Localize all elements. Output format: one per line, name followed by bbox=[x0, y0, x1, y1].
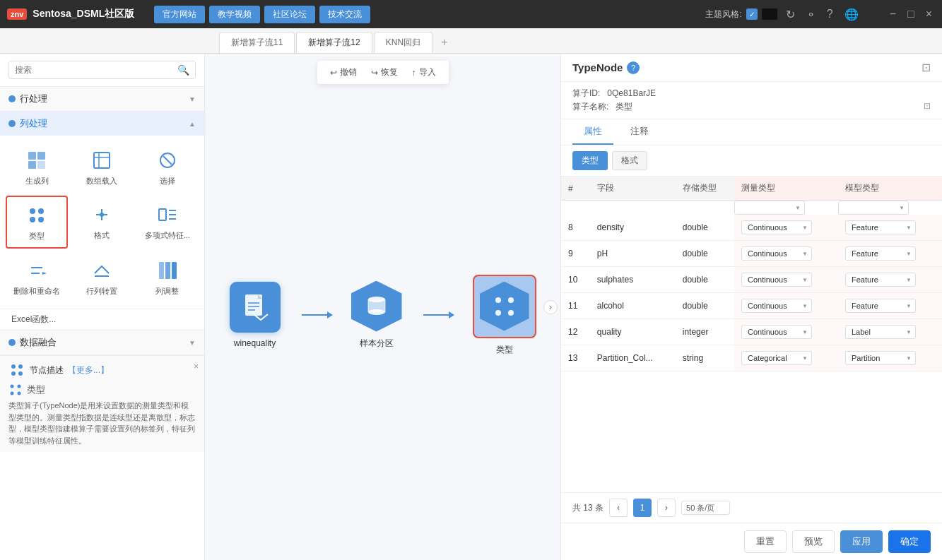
table-row: 11alcoholdoubleContinuousCategoricalFlag… bbox=[561, 293, 942, 319]
measure-select[interactable]: ContinuousCategoricalFlagOrdinalTypeless bbox=[741, 246, 812, 261]
sidebar-section-datafusion[interactable]: 数据融合 ▼ bbox=[0, 330, 204, 355]
measure-select[interactable]: ContinuousCategoricalFlagOrdinalTypeless bbox=[741, 351, 812, 365]
model-filter-select[interactable] bbox=[838, 201, 909, 215]
measure-filter-select[interactable] bbox=[734, 201, 805, 215]
panel-help-btn[interactable]: ? bbox=[627, 61, 640, 74]
canvas-area: ↩ 撤销 ↪ 恢复 ↑ 导入 bbox=[205, 54, 560, 560]
search-input[interactable] bbox=[15, 65, 173, 75]
cell-model: FeatureLabelPartitionNone▼ bbox=[838, 345, 942, 371]
table-header: # 字段 存储类型 测量类型 模型类型 bbox=[561, 177, 942, 215]
global-btn[interactable]: 🌐 bbox=[842, 8, 861, 21]
measure-select[interactable]: ContinuousCategoricalFlagOrdinalTypeless bbox=[741, 299, 812, 313]
expand-panel-btn[interactable]: › bbox=[543, 300, 558, 314]
search-icon: 🔍 bbox=[177, 64, 189, 76]
svg-point-34 bbox=[18, 392, 21, 395]
model-select[interactable]: FeatureLabelPartitionNone bbox=[845, 299, 916, 313]
sidebar-item-select[interactable]: 选择 bbox=[136, 141, 199, 193]
subtab-type[interactable]: 类型 bbox=[572, 151, 608, 170]
model-select[interactable]: FeatureLabelPartitionNone bbox=[845, 246, 916, 261]
svg-point-9 bbox=[30, 208, 35, 214]
sidebar-item-label: 行列转置 bbox=[86, 286, 117, 297]
undo-btn[interactable]: ↩ 撤销 bbox=[326, 65, 361, 80]
table-row: 9pHdoubleContinuousCategoricalFlagOrdina… bbox=[561, 241, 942, 267]
nav-btn-forum[interactable]: 社区论坛 bbox=[264, 6, 315, 23]
sample-hex-shape bbox=[351, 281, 402, 332]
tab-notes[interactable]: 注释 bbox=[619, 119, 660, 145]
nav-btn-tech[interactable]: 技术交流 bbox=[319, 6, 370, 23]
sidebar-item-excel[interactable]: Excel函数... bbox=[0, 309, 204, 330]
node-desc-close-btn[interactable]: × bbox=[194, 362, 199, 371]
import-btn[interactable]: ↑ 导入 bbox=[408, 65, 440, 80]
algo-name-label: 算子名称: bbox=[572, 102, 608, 112]
svg-point-10 bbox=[38, 208, 44, 214]
flow-node-type[interactable]: 类型 bbox=[473, 275, 536, 356]
cell-model: FeatureLabelPartitionNone▼ bbox=[838, 241, 942, 267]
measure-select[interactable]: ContinuousCategoricalFlagOrdinalTypeless bbox=[741, 273, 812, 287]
sidebar-section-header-row[interactable]: 行处理 ▼ bbox=[0, 87, 204, 111]
reset-btn[interactable]: 重置 bbox=[744, 530, 787, 553]
share-btn[interactable]: ⚬ bbox=[803, 8, 818, 21]
measure-select[interactable]: ContinuousCategoricalFlagOrdinalTypeless bbox=[741, 325, 812, 339]
tab-add-btn[interactable]: + bbox=[434, 32, 454, 53]
flow-node-sample[interactable]: 样本分区 bbox=[351, 281, 402, 350]
algo-name-row: 算子名称: 类型 ⊡ bbox=[572, 101, 931, 113]
model-select[interactable]: FeatureLabelPartitionNone bbox=[845, 325, 916, 339]
sidebar-item-format[interactable]: 格式 bbox=[71, 196, 133, 249]
sidebar-item-coladjust[interactable]: 列调整 bbox=[136, 251, 199, 303]
refresh-btn[interactable]: ↻ bbox=[783, 8, 798, 21]
th-num: # bbox=[561, 177, 590, 201]
cell-storage: double bbox=[676, 241, 734, 267]
sidebar-item-generate[interactable]: 生成列 bbox=[6, 141, 68, 193]
section-label-row: 行处理 bbox=[20, 93, 47, 105]
node-desc-more-link[interactable]: 【更多...】 bbox=[68, 364, 109, 376]
panel-close-btn[interactable]: ⊡ bbox=[922, 61, 931, 74]
model-select[interactable]: FeatureLabelPartitionNone bbox=[845, 273, 916, 287]
cell-num: 9 bbox=[561, 241, 590, 267]
help-btn[interactable]: ? bbox=[824, 8, 836, 20]
prev-page-btn[interactable]: ‹ bbox=[609, 499, 628, 517]
tab-flow11[interactable]: 新增算子流11 bbox=[219, 32, 295, 53]
minimize-btn[interactable]: − bbox=[887, 8, 899, 20]
flow-node-winequality[interactable]: winequality bbox=[230, 282, 281, 348]
tab-knn[interactable]: KNN回归 bbox=[374, 32, 432, 53]
cell-storage: double bbox=[676, 215, 734, 241]
next-page-btn[interactable]: › bbox=[657, 499, 676, 517]
close-btn[interactable]: × bbox=[923, 8, 935, 20]
sidebar-item-rename[interactable]: 删除和重命名 bbox=[6, 251, 68, 303]
svg-point-15 bbox=[100, 213, 104, 217]
node-desc-title: 节点描述 bbox=[30, 364, 64, 376]
redo-btn[interactable]: ↪ 恢复 bbox=[367, 65, 402, 80]
subtab-format[interactable]: 格式 bbox=[612, 151, 647, 170]
sidebar-section-header-col[interactable]: 列处理 ▲ bbox=[0, 112, 204, 136]
preview-btn[interactable]: 预览 bbox=[792, 530, 835, 553]
sidebar-item-type[interactable]: 类型 bbox=[6, 196, 68, 249]
cell-measure: ContinuousCategoricalFlagOrdinalTypeless… bbox=[734, 319, 838, 345]
measure-select-wrap: ContinuousCategoricalFlagOrdinalTypeless… bbox=[741, 325, 812, 339]
algo-id-row: 算子ID: 0Qe81BarJE bbox=[572, 88, 931, 100]
tab-properties[interactable]: 属性 bbox=[572, 119, 613, 145]
apply-btn[interactable]: 应用 bbox=[840, 530, 883, 553]
current-page-btn[interactable]: 1 bbox=[633, 499, 652, 517]
copy-icon[interactable]: ⊡ bbox=[924, 101, 931, 111]
theme-check-icon[interactable]: ✓ bbox=[746, 8, 758, 20]
tab-flow12[interactable]: 新增算子流12 bbox=[296, 32, 372, 53]
sidebar-item-transpose[interactable]: 行列转置 bbox=[71, 251, 133, 303]
maximize-btn[interactable]: □ bbox=[905, 8, 917, 20]
chevron-down-icon-fusion: ▼ bbox=[189, 339, 196, 347]
nav-btn-video[interactable]: 教学视频 bbox=[209, 6, 260, 23]
nav-btn-official[interactable]: 官方网站 bbox=[154, 6, 205, 23]
model-select[interactable]: FeatureLabelPartitionNone bbox=[845, 351, 916, 365]
cell-field: alcohol bbox=[590, 293, 676, 319]
theme-dark-icon[interactable] bbox=[762, 8, 777, 20]
model-select[interactable]: FeatureLabelPartitionNone bbox=[845, 220, 916, 234]
measure-select[interactable]: ContinuousCategoricalFlagOrdinalTypeless bbox=[741, 220, 812, 234]
sidebar-item-poly[interactable]: 多项式特征... bbox=[136, 196, 199, 249]
svg-rect-16 bbox=[159, 209, 166, 220]
confirm-btn[interactable]: 确定 bbox=[888, 530, 931, 553]
per-page-select[interactable]: 50 条/页 bbox=[681, 501, 730, 515]
cell-storage: double bbox=[676, 267, 734, 293]
main-layout: 🔍 行处理 ▼ 列处理 ▲ 生成列 bbox=[0, 54, 942, 560]
sidebar-item-dataload[interactable]: 数组载入 bbox=[71, 141, 133, 193]
th-model: 模型类型 bbox=[838, 177, 942, 201]
search-input-wrap[interactable]: 🔍 bbox=[8, 61, 196, 79]
